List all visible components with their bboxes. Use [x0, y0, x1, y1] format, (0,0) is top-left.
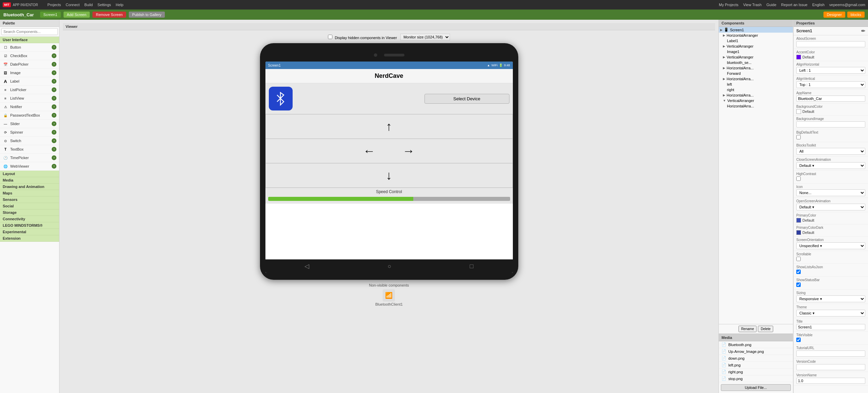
comp-horizontal5[interactable]: HorizontalArra... — [719, 103, 793, 109]
palette-item-textbox[interactable]: TTextBox ? — [0, 145, 59, 154]
prop-blockstoolkit-select[interactable]: All — [796, 148, 865, 155]
screen1-tab[interactable]: Screen1 — [40, 12, 61, 18]
comp-vertical2[interactable]: ▶VerticalArranger — [719, 54, 793, 60]
layout-section-header[interactable]: Layout — [0, 171, 59, 177]
prop-sizing-select[interactable]: Responsive ▾ — [796, 295, 865, 302]
prop-screenorientation-select[interactable]: Unspecified ▾ — [796, 242, 865, 249]
right-arrow-icon[interactable]: → — [403, 144, 415, 158]
home-button[interactable]: ○ — [388, 263, 392, 270]
media-down-png[interactable]: 📄 down.png — [719, 355, 793, 362]
palette-item-passwordtextbox[interactable]: 🔒PasswordTextBox ? — [0, 111, 59, 120]
prop-highcontrast-checkbox[interactable] — [796, 176, 801, 181]
palette-item-button[interactable]: ☐Button ? — [0, 43, 59, 52]
bluetooth-client-item[interactable]: 📶 BluetoothClient1 — [375, 289, 403, 306]
menu-help[interactable]: Help — [116, 3, 124, 7]
prop-showlistsasjson-checkbox[interactable] — [796, 270, 801, 274]
primary-color-box[interactable] — [796, 218, 801, 223]
down-arrow-icon[interactable]: ↓ — [386, 168, 392, 183]
palette-item-timepicker[interactable]: 🕐TimePicker ? — [0, 154, 59, 162]
comp-left[interactable]: left — [719, 82, 793, 87]
palette-item-switch[interactable]: ⊙Switch ? — [0, 137, 59, 145]
rename-button[interactable]: Rename — [739, 326, 757, 332]
comp-label1[interactable]: Label1 — [719, 38, 793, 44]
palette-item-datepicker[interactable]: 📅DatePicker ? — [0, 60, 59, 69]
prop-alignvertical-select[interactable]: Top : 1 — [796, 81, 865, 88]
extension-section-header[interactable]: Extension — [0, 235, 59, 242]
comp-horizontal4[interactable]: ▶HorizontalArra... — [719, 92, 793, 98]
prop-closescreenanimation-select[interactable]: Default ▾ — [796, 162, 865, 169]
prop-tutorialurl-input[interactable] — [796, 351, 865, 357]
comp-bluetooth-select[interactable]: bluetooth_se... — [719, 60, 793, 65]
palette-item-image[interactable]: 🖼Image ? — [0, 69, 59, 77]
bg-color-box[interactable] — [796, 109, 801, 114]
comp-vertical1[interactable]: ▶VerticalArranger — [719, 44, 793, 49]
monitor-size-select[interactable]: Monitor size (1024,768) — [400, 34, 450, 40]
speed-slider[interactable] — [268, 197, 510, 201]
prop-scrollable-checkbox[interactable] — [796, 257, 801, 261]
prop-alignhorizontal-select[interactable]: Left : 1 — [796, 67, 865, 74]
lego-section-header[interactable]: LEGO MINDSTORMS® — [0, 222, 59, 229]
hidden-components-checkbox[interactable] — [328, 35, 332, 39]
designer-button[interactable]: Designer — [823, 12, 845, 18]
prop-icon-select[interactable]: None... — [796, 189, 865, 196]
comp-forward[interactable]: Forward — [719, 71, 793, 76]
palette-item-listview[interactable]: ≡ListView ? — [0, 94, 59, 103]
media-bluetooth-png[interactable]: 📄 Bluetooth.png — [719, 341, 793, 348]
comp-horizontal3[interactable]: ▶HorizontalArra... — [719, 76, 793, 82]
primary-color-dark-box[interactable] — [796, 230, 801, 235]
prop-versioncode-input[interactable] — [796, 364, 865, 370]
palette-item-listpicker[interactable]: ≡ListPicker ? — [0, 86, 59, 94]
remove-screen-button[interactable]: Remove Screen — [92, 12, 126, 18]
select-device-button[interactable]: Select Device — [424, 94, 509, 104]
palette-item-webviewer[interactable]: 🌐WebViewer ? — [0, 162, 59, 171]
prop-showstatusbar-checkbox[interactable] — [796, 283, 801, 287]
prop-aboutscreen-input[interactable] — [796, 41, 865, 47]
palette-item-notifier[interactable]: ⚠Notifier ? — [0, 103, 59, 111]
prop-edit-icon[interactable]: ✏ — [861, 28, 865, 34]
upload-file-button[interactable]: Upload File... — [721, 384, 791, 391]
prop-title-input[interactable] — [796, 324, 865, 330]
maps-section-header[interactable]: Maps — [0, 190, 59, 196]
comp-right[interactable]: right — [719, 87, 793, 92]
drawing-section-header[interactable]: Drawing and Animation — [0, 184, 59, 190]
language-select[interactable]: English — [812, 3, 824, 7]
left-arrow-icon[interactable]: ← — [363, 144, 376, 158]
palette-search-input[interactable] — [1, 28, 58, 35]
palette-item-checkbox[interactable]: ☑CheckBox ? — [0, 52, 59, 60]
delete-button[interactable]: Delete — [758, 326, 773, 332]
ui-section-header[interactable]: User Interface — [0, 37, 59, 43]
publish-gallery-button[interactable]: Publish to Gallery — [129, 12, 165, 18]
menu-connect[interactable]: Connect — [66, 3, 80, 7]
accent-color-box[interactable] — [796, 55, 801, 59]
palette-item-label[interactable]: ALabel ? — [0, 77, 59, 86]
comp-horizontal2[interactable]: ▶HorizontalArra... — [719, 65, 793, 71]
back-button[interactable]: ◁ — [305, 262, 309, 270]
storage-section-header[interactable]: Storage — [0, 209, 59, 216]
hidden-components-label[interactable]: Display hidden components in Viewer — [328, 35, 397, 40]
report-issue-link[interactable]: Report an Issue — [781, 3, 808, 7]
comp-vertical3[interactable]: ▼VerticalArranger — [719, 98, 793, 103]
add-screen-button[interactable]: Add Screen — [64, 12, 90, 18]
connectivity-section-header[interactable]: Connectivity — [0, 216, 59, 222]
media-left-png[interactable]: 📄 left.png — [719, 362, 793, 369]
palette-item-spinner[interactable]: ⟳Spinner ? — [0, 128, 59, 137]
menu-settings[interactable]: Settings — [98, 3, 111, 7]
blocks-button[interactable]: blocks — [847, 12, 865, 18]
recents-button[interactable]: □ — [470, 263, 473, 270]
prop-theme-select[interactable]: Classic ▾ — [796, 310, 865, 317]
media-right-png[interactable]: 📄 right.png — [719, 369, 793, 375]
palette-item-slider[interactable]: —Slider ? — [0, 120, 59, 128]
media-stop-png[interactable]: 📄 stop.png — [719, 375, 793, 382]
prop-openscreenanimation-select[interactable]: Default ▾ — [796, 204, 865, 210]
view-trash-link[interactable]: View Trash — [743, 3, 762, 7]
prop-backgroundimage-input[interactable] — [796, 121, 865, 127]
media-section-header[interactable]: Media — [0, 177, 59, 184]
prop-bigdefaulttext-checkbox[interactable] — [796, 135, 801, 139]
comp-horizontal1[interactable]: ▶HorizontalArranger — [719, 33, 793, 38]
my-projects-link[interactable]: My Projects — [719, 3, 738, 7]
prop-versionname-input[interactable] — [796, 378, 865, 384]
prop-appname-input[interactable] — [796, 96, 865, 102]
comp-screen1[interactable]: ▶📱Screen1 — [719, 27, 793, 33]
sensors-section-header[interactable]: Sensors — [0, 196, 59, 203]
menu-projects[interactable]: Projects — [48, 3, 61, 7]
